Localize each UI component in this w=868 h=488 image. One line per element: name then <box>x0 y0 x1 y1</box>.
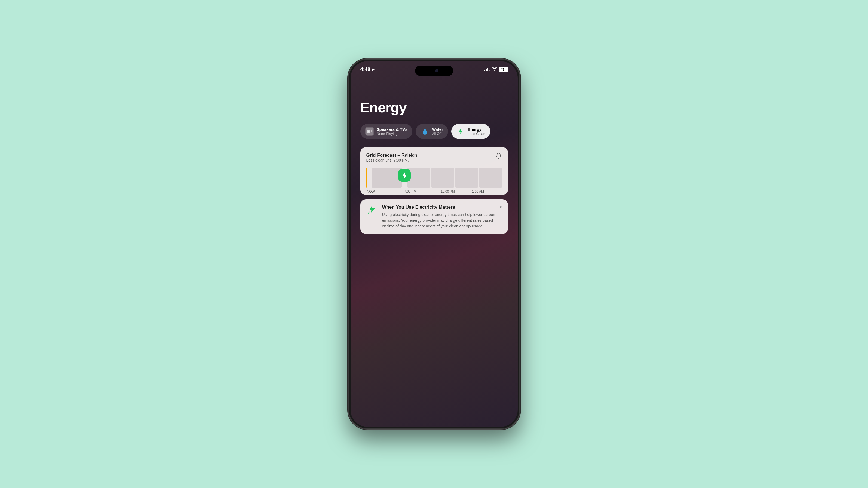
signal-bar-4 <box>489 70 490 71</box>
battery-level: 47 <box>501 67 504 71</box>
phone-wrapper: 4:48 ▶ 47 <box>346 6 523 482</box>
main-content: Energy 8 <box>350 77 518 427</box>
water-sublabel: All Off <box>432 132 443 136</box>
chart-label-now: NOW <box>367 190 375 193</box>
water-icon <box>421 127 429 136</box>
page-title: Energy <box>360 99 508 116</box>
filter-pills: 8 Speakers & TVs None Playing <box>360 124 508 139</box>
energy-sublabel: Less Clean <box>468 132 485 136</box>
forecast-title: Grid Forecast – Raleigh Less clean until… <box>366 153 417 167</box>
phone-frame: 4:48 ▶ 47 <box>348 59 520 429</box>
signal-bar-2 <box>486 69 487 71</box>
info-card-title: When You Use Electricity Matters <box>382 204 495 210</box>
water-label: Water <box>432 127 443 132</box>
svg-point-5 <box>368 213 369 214</box>
energy-badge <box>398 169 411 182</box>
forecast-title-bold: Grid Forecast <box>366 153 397 158</box>
chart-label-1am: 1:00 AM <box>472 190 484 193</box>
forecast-card: Grid Forecast – Raleigh Less clean until… <box>360 147 508 195</box>
info-lightning-icon <box>366 204 378 217</box>
signal-bars <box>484 67 490 71</box>
info-card-body: Using electricity during cleaner energy … <box>382 212 495 229</box>
chart-seg-highlight <box>402 168 407 188</box>
speakers-label: Speakers & TVs <box>377 127 407 132</box>
time-display: 4:48 <box>360 66 370 72</box>
battery-tip <box>506 69 506 70</box>
water-pill-text: Water All Off <box>432 127 443 136</box>
chart-divider-1 <box>431 168 431 188</box>
forecast-card-header: Grid Forecast – Raleigh Less clean until… <box>366 153 502 167</box>
svg-text:8: 8 <box>368 131 370 133</box>
dynamic-island <box>415 66 453 76</box>
forecast-chart: NOW 7:00 PM 10:00 PM 1:00 AM <box>366 168 502 190</box>
chart-divider-3 <box>478 168 479 188</box>
energy-icon <box>456 127 465 136</box>
speakers-pill-text: Speakers & TVs None Playing <box>377 127 407 136</box>
energy-pill-text: Energy Less Clean <box>468 127 485 136</box>
pill-water[interactable]: Water All Off <box>415 124 448 139</box>
phone-screen: 4:48 ▶ 47 <box>350 61 518 427</box>
chart-label-10pm: 10:00 PM <box>441 190 455 193</box>
energy-label: Energy <box>468 127 485 132</box>
speakers-icon: 8 <box>365 127 374 136</box>
pill-energy[interactable]: Energy Less Clean <box>451 124 490 139</box>
chart-bars <box>366 168 502 188</box>
info-content: When You Use Electricity Matters Using e… <box>382 204 495 229</box>
info-close-button[interactable]: × <box>499 204 502 210</box>
battery-indicator: 47 <box>499 67 508 72</box>
camera-dot <box>435 69 438 72</box>
chart-seg-5 <box>479 168 502 188</box>
status-icons: 47 <box>484 67 508 72</box>
bell-icon[interactable] <box>495 153 502 161</box>
wifi-icon <box>492 67 497 72</box>
svg-rect-3 <box>371 130 372 132</box>
chart-label-7pm: 7:00 PM <box>404 190 416 193</box>
speakers-sublabel: None Playing <box>377 132 407 136</box>
forecast-title-rest: – Raleigh <box>396 153 417 158</box>
chart-now-line <box>366 168 367 188</box>
forecast-subtitle: Less clean until 7:00 PM. <box>366 158 417 162</box>
pill-speakers[interactable]: 8 Speakers & TVs None Playing <box>360 124 412 139</box>
chart-divider-2 <box>455 168 455 188</box>
signal-bar-3 <box>487 68 488 71</box>
info-icon-wrap <box>366 204 378 217</box>
chart-seg-3 <box>431 168 454 188</box>
chart-seg-1 <box>372 168 402 188</box>
location-icon: ▶ <box>372 67 375 71</box>
info-card: When You Use Electricity Matters Using e… <box>360 199 508 234</box>
forecast-title-text: Grid Forecast – Raleigh <box>366 153 417 158</box>
chart-seg-4 <box>455 168 478 188</box>
status-time: 4:48 ▶ <box>360 66 375 72</box>
signal-bar-1 <box>484 70 485 71</box>
